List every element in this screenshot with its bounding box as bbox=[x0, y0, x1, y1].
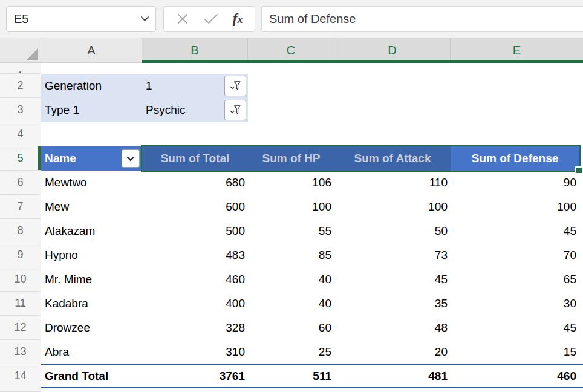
empty-cells-row2[interactable] bbox=[248, 74, 583, 98]
empty-cell[interactable] bbox=[579, 243, 583, 267]
filter-field-generation[interactable]: Generation bbox=[41, 74, 142, 98]
pivot-header-sum-of-attack[interactable]: Sum of Attack bbox=[334, 146, 451, 171]
row-header-5[interactable]: 5 bbox=[0, 146, 41, 171]
cell-hp[interactable]: 40 bbox=[248, 292, 334, 316]
generation-filter-button[interactable] bbox=[224, 76, 246, 96]
cell-defense[interactable]: 30 bbox=[451, 292, 579, 316]
row-header-9[interactable]: 9 bbox=[0, 243, 41, 267]
empty-cell[interactable] bbox=[579, 267, 583, 292]
name-box[interactable]: E5 bbox=[6, 6, 156, 32]
cell-hp[interactable]: 40 bbox=[248, 267, 334, 292]
row-header-1[interactable]: 1 bbox=[0, 63, 41, 74]
cell-defense[interactable]: 15 bbox=[451, 340, 579, 364]
cancel-icon[interactable] bbox=[176, 12, 189, 25]
insert-function-button[interactable]: fx bbox=[233, 11, 243, 27]
cell-hp[interactable]: 85 bbox=[248, 243, 334, 267]
cell-attack[interactable]: 50 bbox=[334, 219, 451, 243]
empty-cell[interactable] bbox=[41, 388, 583, 392]
filter-field-type1[interactable]: Type 1 bbox=[41, 98, 142, 122]
cell-defense[interactable]: 65 bbox=[451, 267, 579, 292]
cell-name[interactable]: Kadabra bbox=[41, 292, 142, 316]
type1-filter-button[interactable] bbox=[224, 100, 246, 120]
empty-cell[interactable] bbox=[579, 292, 583, 316]
row-header-12[interactable]: 12 bbox=[0, 316, 41, 340]
select-all-triangle-icon bbox=[26, 48, 38, 60]
pivot-header-sum-of-total[interactable]: Sum of Total bbox=[142, 146, 248, 171]
column-header-b[interactable]: B bbox=[142, 38, 248, 62]
cell-attack[interactable]: 100 bbox=[334, 195, 451, 219]
cell-total[interactable]: 400 bbox=[142, 292, 248, 316]
cell-total[interactable]: 460 bbox=[142, 267, 248, 292]
cell-total[interactable]: 328 bbox=[142, 316, 248, 340]
filter-value-generation[interactable]: 1 bbox=[142, 74, 248, 98]
enter-check-icon[interactable] bbox=[203, 13, 219, 25]
column-header-a[interactable]: A bbox=[41, 38, 142, 62]
row-header-6[interactable]: 6 bbox=[0, 171, 41, 195]
row-header-15[interactable] bbox=[0, 388, 41, 392]
grid-row-3: 3 Type 1 Psychic bbox=[0, 98, 583, 122]
row-header-2[interactable]: 2 bbox=[0, 74, 41, 98]
cell-total[interactable]: 310 bbox=[142, 340, 248, 364]
row-header-10[interactable]: 10 bbox=[0, 267, 41, 292]
cell-name[interactable]: Abra bbox=[41, 340, 142, 364]
empty-cell[interactable] bbox=[579, 219, 583, 243]
cell-defense[interactable]: 90 bbox=[451, 171, 579, 195]
cell-grand-total[interactable]: 3761 bbox=[142, 365, 248, 387]
row-header-8[interactable]: 8 bbox=[0, 219, 41, 243]
empty-cells-row3[interactable] bbox=[248, 98, 583, 122]
column-header-c[interactable]: C bbox=[248, 38, 334, 62]
cell-total[interactable]: 483 bbox=[142, 243, 248, 267]
empty-cell[interactable] bbox=[579, 195, 583, 219]
cell-name[interactable]: Hypno bbox=[41, 243, 142, 267]
cell-grand-defense[interactable]: 460 bbox=[451, 365, 579, 387]
fill-handle[interactable] bbox=[575, 166, 583, 174]
cell-defense[interactable]: 100 bbox=[451, 195, 579, 219]
empty-cell[interactable] bbox=[579, 171, 583, 195]
row-header-4[interactable]: 4 bbox=[0, 122, 41, 146]
cell-hp[interactable]: 25 bbox=[248, 340, 334, 364]
cell-attack[interactable]: 35 bbox=[334, 292, 451, 316]
cell-name[interactable]: Mr. Mime bbox=[41, 267, 142, 292]
empty-cells-row1[interactable] bbox=[41, 63, 583, 74]
empty-cell[interactable] bbox=[579, 316, 583, 340]
cell-grand-attack[interactable]: 481 bbox=[334, 365, 451, 387]
cell-hp[interactable]: 100 bbox=[248, 195, 334, 219]
cell-name[interactable]: Drowzee bbox=[41, 316, 142, 340]
cell-hp[interactable]: 106 bbox=[248, 171, 334, 195]
cell-total[interactable]: 500 bbox=[142, 219, 248, 243]
cell-hp[interactable]: 60 bbox=[248, 316, 334, 340]
cell-defense[interactable]: 70 bbox=[451, 243, 579, 267]
select-all-corner[interactable] bbox=[0, 38, 41, 62]
cell-attack[interactable]: 45 bbox=[334, 267, 451, 292]
cell-attack[interactable]: 73 bbox=[334, 243, 451, 267]
row-header-14[interactable]: 14 bbox=[0, 364, 41, 388]
empty-cell[interactable] bbox=[579, 365, 583, 387]
pivot-header-sum-of-hp[interactable]: Sum of HP bbox=[248, 146, 334, 171]
cell-grand-hp[interactable]: 511 bbox=[248, 365, 334, 387]
column-header-d[interactable]: D bbox=[334, 38, 451, 62]
empty-cell[interactable] bbox=[579, 340, 583, 364]
pivot-header-sum-of-defense-active-cell[interactable]: Sum of Defense bbox=[451, 146, 579, 171]
row-header-11[interactable]: 11 bbox=[0, 292, 41, 316]
cell-name[interactable]: Mewtwo bbox=[41, 171, 142, 195]
cell-attack[interactable]: 48 bbox=[334, 316, 451, 340]
formula-bar-input[interactable]: Sum of Defense bbox=[261, 6, 583, 32]
cell-name[interactable]: Alakazam bbox=[41, 219, 142, 243]
cell-name[interactable]: Mew bbox=[41, 195, 142, 219]
row-header-3[interactable]: 3 bbox=[0, 98, 41, 122]
pivot-header-name[interactable]: Name bbox=[41, 146, 142, 171]
cell-attack[interactable]: 20 bbox=[334, 340, 451, 364]
name-column-dropdown-button[interactable] bbox=[122, 149, 140, 168]
row-header-7[interactable]: 7 bbox=[0, 195, 41, 219]
cell-defense[interactable]: 45 bbox=[451, 316, 579, 340]
filter-value-type1[interactable]: Psychic bbox=[142, 98, 248, 122]
empty-cells-row4[interactable] bbox=[41, 122, 583, 146]
cell-total[interactable]: 680 bbox=[142, 171, 248, 195]
row-header-13[interactable]: 13 bbox=[0, 340, 41, 364]
cell-grand-total-label[interactable]: Grand Total bbox=[41, 365, 142, 387]
cell-defense[interactable]: 45 bbox=[451, 219, 579, 243]
cell-total[interactable]: 600 bbox=[142, 195, 248, 219]
cell-attack[interactable]: 110 bbox=[334, 171, 451, 195]
column-header-e[interactable]: E bbox=[451, 38, 583, 62]
cell-hp[interactable]: 55 bbox=[248, 219, 334, 243]
